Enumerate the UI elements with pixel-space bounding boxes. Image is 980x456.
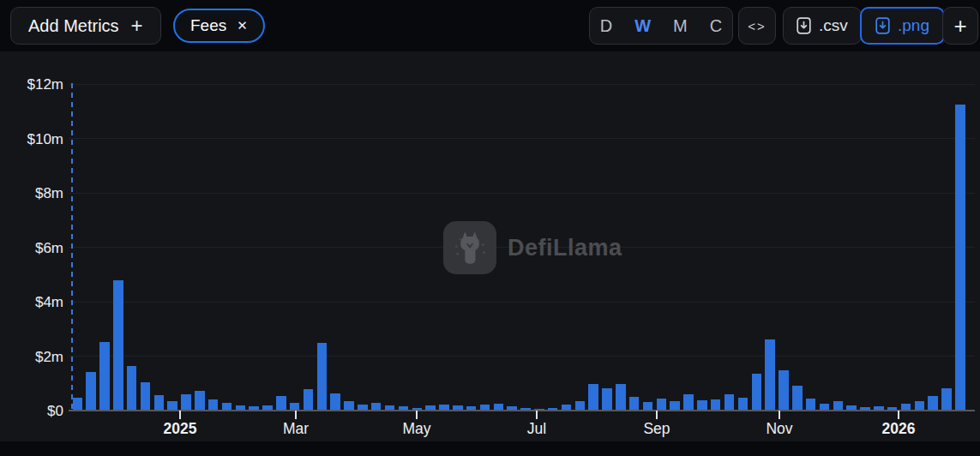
x-axis-label: Nov (766, 420, 792, 438)
watermark: DefiLlama (443, 221, 622, 274)
x-axis-tick (779, 411, 780, 419)
fees-bar (304, 389, 314, 411)
toolbar: Add Metrics + Fees ✕ D W M C <> .csv (0, 0, 980, 51)
fees-bar (806, 399, 816, 411)
axis-start-dashed-line (71, 83, 73, 411)
interval-option-monthly[interactable]: M (662, 16, 699, 36)
x-axis-tick (295, 411, 297, 419)
fees-bar (330, 393, 340, 411)
interval-option-weekly[interactable]: W (623, 16, 662, 36)
y-axis-label: $6m (7, 241, 63, 255)
fees-bar (765, 339, 775, 411)
x-axis-tick (416, 411, 418, 419)
x-axis-label: Sep (643, 420, 670, 438)
file-download-icon (797, 17, 811, 34)
fees-bar (195, 391, 205, 411)
x-axis-tick (536, 411, 538, 419)
defillama-logo (443, 221, 496, 274)
fees-bar (181, 394, 191, 411)
app-screen: Add Metrics + Fees ✕ D W M C <> .csv (0, 0, 980, 456)
fees-bar (602, 388, 612, 411)
gridline (69, 302, 975, 303)
plus-icon: + (953, 13, 966, 39)
y-axis-label: $2m (7, 350, 63, 364)
embed-code-button[interactable]: <> (738, 7, 776, 45)
fees-bar (711, 399, 721, 411)
fees-bar (141, 382, 151, 411)
fees-bar (73, 398, 83, 411)
plus-icon: + (131, 15, 143, 36)
x-axis-label: 2026 (882, 420, 916, 438)
code-brackets-icon: <> (748, 19, 767, 33)
download-csv-button[interactable]: .csv (783, 7, 862, 45)
y-axis-label: $10m (7, 132, 63, 147)
fees-bar (724, 394, 735, 411)
fees-bar (317, 343, 328, 411)
fees-bar (208, 399, 219, 411)
fees-bar (276, 396, 286, 411)
fees-bar (955, 105, 965, 411)
file-download-icon (875, 17, 890, 34)
metric-chip-label: Fees (190, 16, 226, 35)
fees-bar (588, 384, 598, 411)
fees-bar (779, 370, 789, 411)
fees-bar (752, 374, 762, 411)
fees-bar (154, 395, 165, 411)
y-axis-label: $0 (7, 404, 63, 418)
interval-switcher: D W M C (589, 7, 733, 45)
fees-bar (941, 388, 952, 411)
fees-bar (657, 399, 667, 411)
fees-bar (99, 342, 110, 411)
x-axis-tick (656, 411, 658, 419)
close-icon[interactable]: ✕ (237, 18, 248, 33)
x-axis-tick (179, 411, 181, 419)
gridline (69, 193, 975, 194)
fees-bar (792, 386, 803, 411)
fees-bar (616, 384, 626, 411)
add-panel-button[interactable]: + (942, 7, 978, 45)
fees-bar (683, 394, 694, 411)
fees-bar (127, 366, 137, 411)
interval-option-daily[interactable]: D (589, 16, 623, 36)
fees-bar (629, 397, 640, 411)
csv-label: .csv (819, 16, 848, 35)
y-axis-label: $4m (7, 295, 63, 309)
y-axis-label: $12m (7, 77, 63, 92)
fees-bar (113, 280, 123, 411)
gridline (69, 84, 975, 85)
png-label: .png (898, 16, 929, 35)
gridline (69, 138, 975, 139)
x-axis-line (69, 410, 975, 411)
x-axis-label: 2025 (164, 420, 197, 438)
download-png-button[interactable]: .png (860, 7, 945, 45)
fees-chart-panel[interactable]: $12m$10m$8m$6m$4m$2m$0 2025MarMayJulSepN… (0, 51, 980, 441)
llama-icon (450, 228, 490, 267)
metric-chip-fees[interactable]: Fees ✕ (173, 9, 265, 43)
fees-bar (86, 372, 96, 411)
interval-option-cumulative[interactable]: C (699, 16, 733, 36)
y-axis-label: $8m (7, 186, 63, 201)
fees-bar (738, 398, 749, 411)
x-axis-label: Mar (283, 420, 309, 438)
x-axis-label: May (402, 420, 430, 438)
gridline (69, 356, 975, 357)
fees-bar (928, 396, 938, 411)
add-metrics-label: Add Metrics (28, 16, 119, 36)
x-axis-label: Jul (527, 420, 546, 438)
x-axis-tick (898, 411, 899, 419)
add-metrics-button[interactable]: Add Metrics + (10, 7, 161, 45)
watermark-brand: DefiLlama (508, 235, 622, 261)
